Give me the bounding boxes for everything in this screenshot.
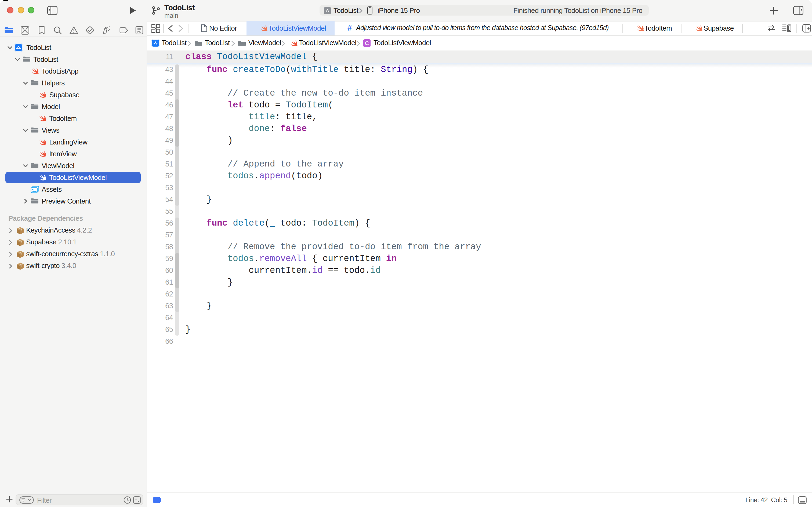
svg-text:C: C [365, 40, 369, 46]
